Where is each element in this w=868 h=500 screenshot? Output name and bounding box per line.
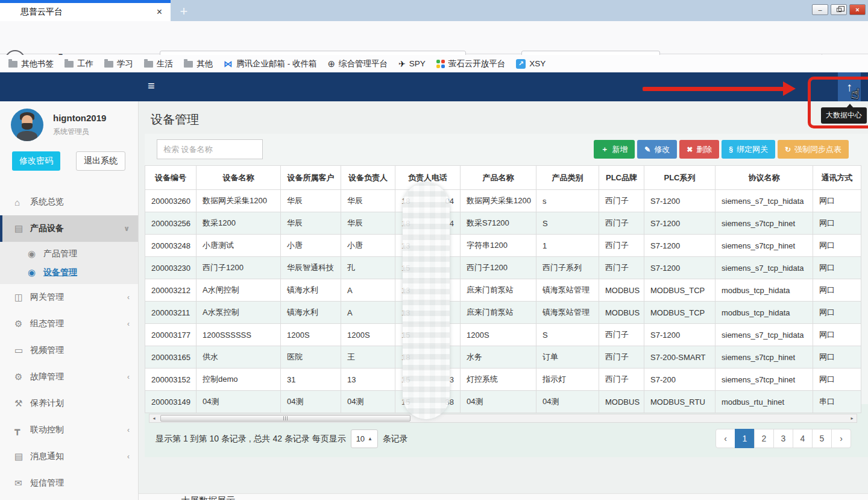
button-label: 绑定网关 [737, 144, 768, 155]
user-role: 系统管理员 [53, 127, 106, 137]
table-cell: S [536, 212, 599, 235]
bookmark-work[interactable]: 工作 [64, 59, 93, 69]
table-row[interactable]: 200003230西门子1200华辰智通科技孔15西门子1200西门子系列西门子… [145, 257, 861, 279]
bookmark-label: XSY [529, 59, 546, 68]
minimize-button[interactable]: – [812, 4, 828, 15]
bookmark-life[interactable]: 生活 [144, 59, 173, 69]
close-button[interactable]: × [849, 4, 866, 15]
sidebar-toggle-icon[interactable]: ≡ [148, 79, 155, 93]
bookmark-label: 腾讯企业邮箱 - 收件箱 [236, 59, 317, 69]
table-row[interactable]: 200003165供水医院王18水务订单西门子S7-200-SMARTsieme… [145, 346, 861, 369]
table-cell: 镇海泵站管理 [536, 302, 599, 324]
bookmark-label: 工作 [77, 59, 93, 69]
sidebar-item-config-manage[interactable]: ⚙组态管理‹ [0, 311, 138, 337]
bind-gateway-button[interactable]: §绑定网关 [722, 140, 775, 159]
table-cell: 网口 [813, 302, 861, 324]
table-row[interactable]: 200003248小唐测试小唐小唐13字符串12001西门子S7-1200sie… [145, 235, 861, 257]
bookmark-xsy[interactable]: ↗XSY [516, 59, 546, 69]
table-cell: 1200S [461, 324, 536, 346]
column-header[interactable]: PLC系列 [644, 166, 715, 190]
pager-page-1[interactable]: 1 [735, 429, 755, 448]
table-cell: 数采1200 [197, 212, 281, 235]
xsy-icon: ↗ [516, 59, 526, 69]
add-button[interactable]: ＋新增 [594, 140, 635, 159]
sidebar-item-message-notice[interactable]: ▤消息通知‹ [0, 443, 138, 470]
scrollbar-thumb[interactable] [160, 415, 410, 422]
table-row[interactable]: 200003211A水泵控制镇海水利A13庶来门前泵站镇海泵站管理MODBUSM… [145, 302, 861, 324]
change-password-button[interactable]: 修改密码 [12, 151, 60, 171]
column-header[interactable]: 设备编号 [145, 166, 197, 190]
table-row[interactable]: 20000314904测04测04测153804测04测MODBUSMODBUS… [145, 391, 861, 413]
sidebar-item-maintenance-plan[interactable]: ⚒保养计划 [0, 390, 138, 417]
bookmark-spy[interactable]: ✈SPY [398, 59, 426, 69]
sidebar-item-partial[interactable]: ◫ [0, 496, 138, 500]
sidebar-item-product-manage[interactable]: ◉产品管理 [0, 244, 138, 263]
logout-button[interactable]: 退出系统 [76, 151, 125, 171]
phone-suffix: 3 [450, 375, 454, 384]
column-header[interactable]: 设备名称 [197, 166, 281, 190]
footer-strip: 大屏数据展示 [139, 493, 868, 500]
table-row[interactable]: 200003256数采1200华辰华辰184数采S71200S西门子S7-120… [145, 212, 861, 235]
sidebar-item-system-overview[interactable]: ⌂系统总览 [0, 189, 138, 215]
sidebar-item-fault-manage[interactable]: ⚙故障管理‹ [0, 364, 138, 390]
device-search-input[interactable] [157, 139, 263, 159]
table-row[interactable]: 200003152控制demo3113153灯控系统指示灯西门子S7-200si… [145, 369, 861, 391]
bookmark-other-bookmarks[interactable]: 其他书签 [8, 59, 54, 69]
table-cell: 指示灯 [536, 369, 599, 391]
scroll-right-icon[interactable]: ▸ [848, 414, 857, 422]
pager-page-3[interactable]: 3 [773, 429, 793, 448]
sidebar-item-video-manage[interactable]: ▭视频管理 [0, 337, 138, 364]
table-row[interactable]: 2000031771200SSSSSS1200S1200S151200SS西门子… [145, 324, 861, 346]
sidebar-item-device-manage[interactable]: ◉设备管理 [0, 263, 138, 282]
table-row[interactable]: 200003260数据网关采集1200华辰华辰1804数据网关采集1200s西门… [145, 190, 861, 212]
column-header[interactable]: PLC品牌 [599, 166, 644, 190]
restore-button[interactable] [831, 4, 847, 15]
browser-tab[interactable]: 思普云平台 × [0, 0, 171, 21]
delete-button[interactable]: ✖删除 [679, 140, 719, 159]
bookmark-admin-platform[interactable]: ⊕综合管理平台 [328, 59, 388, 69]
delete-icon: ✖ [687, 145, 693, 154]
table-cell: modbus_rtu_hinet [715, 391, 813, 413]
bookmark-label: 其他书签 [21, 59, 54, 69]
column-header[interactable]: 设备负责人 [341, 166, 395, 190]
column-header[interactable]: 产品类别 [536, 166, 599, 190]
column-header[interactable]: 通讯方式 [813, 166, 861, 190]
sidebar-item-sms-manage[interactable]: ✉短信管理 [0, 470, 138, 496]
table-cell: 孔 [341, 257, 395, 279]
sidebar-item-product-device[interactable]: ▤产品设备∨ [0, 215, 138, 242]
sidebar-item-gateway-manage[interactable]: ◫网关管理‹ [0, 284, 138, 311]
horizontal-scrollbar[interactable]: ◂ ▸ [149, 414, 857, 423]
main-content: 设备管理 ＋新增✎修改✖删除§绑定网关↻强制同步点表 设备编号设备名称设备所属客… [139, 101, 868, 500]
sidebar-menu: ⌂系统总览▤产品设备∨◉产品管理◉设备管理◫网关管理‹⚙组态管理‹▭视频管理⚙故… [0, 189, 138, 500]
pager-prev[interactable]: ‹ [715, 429, 735, 448]
pager-page-4[interactable]: 4 [793, 429, 813, 448]
table-row[interactable]: 200003212A水闸控制镇海水利A13庶来门前泵站镇海泵站管理MODBUSM… [145, 279, 861, 302]
bookmark-study[interactable]: 学习 [104, 59, 133, 69]
column-header[interactable]: 设备所属客户 [281, 166, 341, 190]
sidebar-item-linkage-control[interactable]: ┳联动控制‹ [0, 417, 138, 443]
scroll-left-icon[interactable]: ◂ [149, 414, 159, 422]
sidebar-item-label: 组态管理 [30, 318, 127, 329]
table-cell: 医院 [281, 346, 341, 369]
tab-close-icon[interactable]: × [154, 7, 165, 17]
bookmark-ezviz-open-platform[interactable]: 萤石云开放平台 [436, 59, 506, 69]
column-header[interactable]: 协议名称 [715, 166, 813, 190]
book-icon: ▤ [14, 451, 30, 462]
force-sync-points-button[interactable]: ↻强制同步点表 [778, 140, 849, 159]
pager-next[interactable]: › [831, 429, 851, 448]
phone-suffix: 4 [450, 219, 454, 228]
column-header[interactable]: 产品名称 [461, 166, 536, 190]
bookmark-other[interactable]: 其他 [184, 59, 213, 69]
edit-button[interactable]: ✎修改 [637, 140, 677, 159]
pager-page-5[interactable]: 5 [812, 429, 832, 448]
table-cell: 200003230 [145, 257, 197, 279]
table-cell: modbus_tcp_hidata [715, 302, 813, 324]
monitor-icon: ▭ [14, 345, 30, 356]
table-cell: 庶来门前泵站 [461, 279, 536, 302]
chevron-down-icon: ∨ [124, 224, 130, 233]
new-tab-button[interactable]: + [174, 2, 194, 21]
gateway-icon: ◫ [14, 292, 30, 303]
page-size-select[interactable]: 10 ▲ [351, 429, 378, 448]
bookmark-tencent-mail[interactable]: ⋈腾讯企业邮箱 - 收件箱 [224, 59, 317, 69]
pager-page-2[interactable]: 2 [754, 429, 774, 448]
